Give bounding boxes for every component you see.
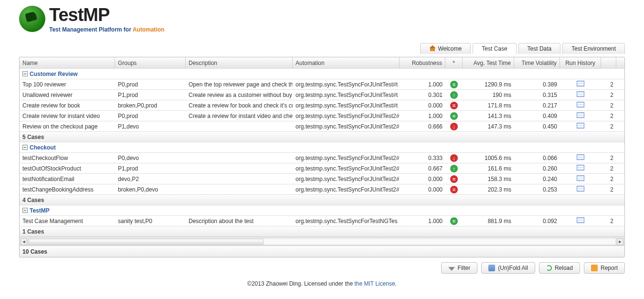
- copyright: ©2013 Zhaowei Ding. Licensed under the t…: [19, 280, 625, 287]
- group-title: Checkout: [30, 144, 56, 151]
- cell-extra: 2: [601, 186, 616, 193]
- scroll-track[interactable]: [28, 238, 616, 245]
- cell-automation: org.testmp.sync.TestSyncForJUnitTest2#: [293, 165, 400, 172]
- table-row[interactable]: testNotificationEmail devo,P2 org.testmp…: [20, 174, 624, 184]
- col-automation[interactable]: Automation: [293, 57, 400, 68]
- logo-icon: [19, 6, 45, 32]
- history-icon[interactable]: [577, 154, 584, 160]
- table-row[interactable]: Review on the checkout page P1,devo org.…: [20, 121, 624, 132]
- scroll-right-icon[interactable]: ►: [617, 238, 623, 245]
- col-description[interactable]: Description: [186, 57, 293, 68]
- collapse-icon[interactable]: −: [22, 145, 28, 150]
- status-eq-icon: =: [450, 217, 458, 225]
- cell-avg-time: 141.3 ms: [463, 113, 514, 119]
- cell-description: Create review as a customer without buy: [186, 92, 293, 98]
- cell-history[interactable]: [560, 102, 601, 109]
- cell-history[interactable]: [560, 81, 601, 88]
- tab-testenv[interactable]: Test Environment: [562, 43, 625, 54]
- history-icon[interactable]: [577, 165, 584, 171]
- history-icon[interactable]: [577, 186, 584, 192]
- table-row[interactable]: Unallowed reivewer P1,prod Create review…: [20, 90, 624, 100]
- cell-extra: 2: [601, 81, 616, 88]
- cell-status: =: [445, 102, 463, 109]
- cell-robustness: 0.667: [400, 165, 445, 172]
- group-header[interactable]: −Customer Review: [20, 69, 624, 79]
- col-avg-time[interactable]: Avg. Test Time: [463, 57, 514, 68]
- history-icon[interactable]: [577, 112, 584, 118]
- status-eq-icon: =: [450, 112, 458, 120]
- tab-testcase[interactable]: Test Case: [473, 43, 516, 54]
- cell-history[interactable]: [560, 217, 601, 224]
- cell-groups: P1,devo: [115, 123, 186, 130]
- cell-avg-time: 147.3 ms: [463, 123, 514, 130]
- cell-avg-time: 1290.9 ms: [463, 81, 514, 88]
- col-robustness[interactable]: Robustness: [400, 57, 445, 68]
- table-row[interactable]: Create review for instant video P0,prod …: [20, 111, 624, 121]
- cell-status: ↑: [445, 91, 463, 99]
- group-header[interactable]: −TestMP: [20, 205, 624, 216]
- cell-status: =: [445, 175, 463, 183]
- history-icon[interactable]: [577, 102, 584, 107]
- history-icon[interactable]: [577, 91, 584, 97]
- col-volatility[interactable]: Time Volatility: [514, 57, 560, 68]
- cell-history[interactable]: [560, 123, 601, 130]
- cell-automation: org.testmp.sync.TestSyncForJUnitTest2#: [293, 113, 400, 119]
- cell-avg-time: 881.9 ms: [463, 218, 514, 224]
- cell-extra: 2: [601, 123, 616, 130]
- cell-robustness: 1.000: [400, 81, 445, 88]
- group-header[interactable]: −Checkout: [20, 142, 624, 153]
- cell-robustness: 1.000: [400, 113, 445, 119]
- history-icon[interactable]: [577, 175, 584, 181]
- table-row[interactable]: testOutOfStockProduct P1,prod org.testmp…: [20, 163, 624, 174]
- filter-button[interactable]: Filter: [441, 262, 478, 274]
- cell-history[interactable]: [560, 186, 601, 193]
- history-icon[interactable]: [577, 123, 584, 128]
- history-icon[interactable]: [577, 217, 584, 223]
- cell-history[interactable]: [560, 154, 601, 161]
- group-title: Customer Review: [30, 71, 78, 77]
- group-summary: 1 Cases: [20, 226, 624, 237]
- status-up-icon: ↑: [450, 91, 458, 99]
- report-button[interactable]: Report: [584, 262, 625, 274]
- col-run-history[interactable]: Run History: [560, 57, 601, 68]
- cell-automation: org.testmp.sync.TestSyncForJUnitTest2#: [293, 123, 400, 130]
- col-groups[interactable]: Groups: [115, 57, 186, 68]
- cell-history[interactable]: [560, 112, 601, 119]
- fold-button[interactable]: (Un)Fold All: [481, 262, 535, 274]
- tab-welcome[interactable]: Welcome: [420, 43, 471, 54]
- table-row[interactable]: Create review for book broken,P0,prod Cr…: [20, 100, 624, 111]
- status-down-icon: ↓: [450, 154, 458, 162]
- cell-history[interactable]: [560, 165, 601, 172]
- license-link[interactable]: the MIT License: [354, 280, 395, 287]
- cell-extra: 2: [601, 155, 616, 161]
- table-row[interactable]: Test Case Management sanity test,P0 Desc…: [20, 216, 624, 226]
- collapse-icon[interactable]: −: [22, 71, 28, 76]
- table-row[interactable]: Top 100 reviewer P0,prod Open the top re…: [20, 79, 624, 90]
- cell-volatility: 0.253: [514, 186, 560, 193]
- collapse-icon[interactable]: −: [22, 208, 28, 213]
- action-bar: Filter (Un)Fold All Reload Report: [19, 262, 625, 274]
- table-row[interactable]: testChangeBookingAddress broken,P0,devo …: [20, 184, 624, 195]
- col-name[interactable]: Name: [20, 57, 115, 68]
- cell-name: Top 100 reviewer: [20, 81, 115, 88]
- cell-history[interactable]: [560, 175, 601, 182]
- cell-volatility: 0.450: [514, 123, 560, 130]
- tab-testdata[interactable]: Test Data: [518, 43, 561, 54]
- scroll-left-icon[interactable]: ◄: [21, 238, 27, 245]
- cell-extra: 2: [601, 218, 616, 224]
- cell-extra: 2: [601, 113, 616, 119]
- cell-automation: org.testmp.sync.TestSyncForJUnitTest2#: [293, 176, 400, 182]
- table-row[interactable]: testCheckoutFlow P0,devo org.testmp.sync…: [20, 153, 624, 163]
- test-case-grid: Name Groups Description Automation Robus…: [19, 57, 625, 257]
- col-status[interactable]: *: [445, 57, 463, 68]
- reload-button[interactable]: Reload: [539, 262, 580, 274]
- cell-automation: org.testmp.sync.TestSyncForJUnitTest#t: [293, 92, 400, 98]
- horizontal-scrollbar[interactable]: ◄ ►: [20, 237, 624, 246]
- history-icon[interactable]: [577, 81, 584, 86]
- scroll-thumb[interactable]: [29, 239, 264, 245]
- cell-groups: P1,prod: [115, 165, 186, 172]
- cell-name: Create review for instant video: [20, 113, 115, 119]
- cell-volatility: 0.217: [514, 102, 560, 109]
- cell-robustness: 0.666: [400, 123, 445, 130]
- cell-history[interactable]: [560, 91, 601, 98]
